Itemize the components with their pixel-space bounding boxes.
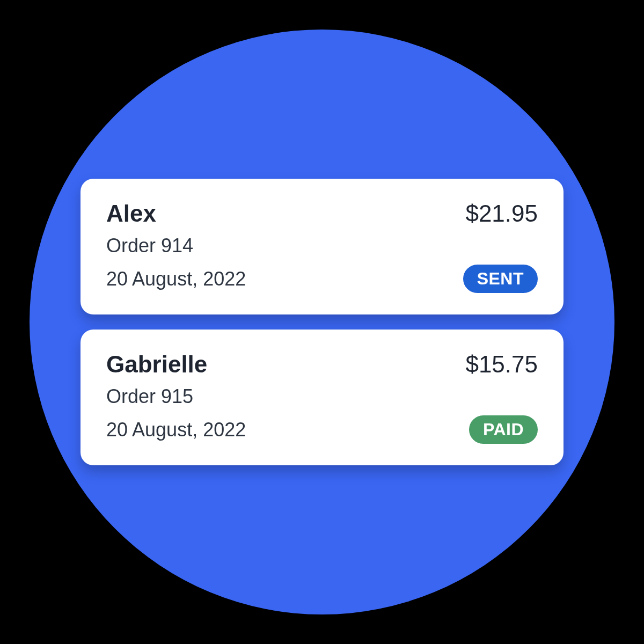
background-circle: Alex $21.95 Order 914 20 August, 2022 SE…: [30, 30, 614, 614]
order-date: 20 August, 2022: [106, 268, 246, 290]
order-date: 20 August, 2022: [106, 419, 246, 441]
order-card[interactable]: Gabrielle $15.75 Order 915 20 August, 20…: [80, 330, 564, 465]
order-row-bottom: 20 August, 2022 SENT: [106, 265, 538, 293]
customer-name: Gabrielle: [106, 351, 207, 378]
order-row-middle: Order 914: [106, 235, 538, 257]
order-id: Order 915: [106, 385, 193, 408]
order-row-middle: Order 915: [106, 385, 538, 408]
order-row-top: Gabrielle $15.75: [106, 351, 538, 378]
order-row-top: Alex $21.95: [106, 200, 538, 227]
order-card[interactable]: Alex $21.95 Order 914 20 August, 2022 SE…: [80, 179, 564, 314]
order-row-bottom: 20 August, 2022 PAID: [106, 415, 538, 444]
status-badge: PAID: [469, 415, 538, 444]
order-amount: $21.95: [465, 200, 538, 227]
order-id: Order 914: [106, 235, 193, 257]
customer-name: Alex: [106, 200, 156, 227]
order-amount: $15.75: [465, 351, 538, 378]
status-badge: SENT: [463, 265, 538, 293]
